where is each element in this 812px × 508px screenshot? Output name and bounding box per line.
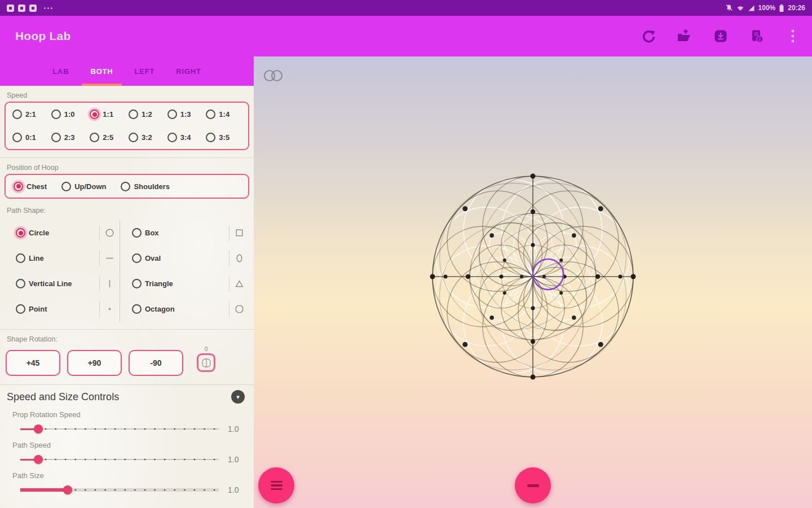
path-shape-box[interactable]: Box — [120, 220, 254, 246]
radio-icon — [132, 304, 142, 314]
slider-ticks — [20, 424, 219, 434]
file-info-icon[interactable] — [749, 28, 765, 44]
radio-label: 1:4 — [219, 110, 230, 119]
prop-rotation-speed-slider-block: Prop Rotation Speed1.0 — [0, 410, 254, 434]
clock: 20:26 — [788, 4, 805, 12]
radio-label: Triangle — [145, 279, 173, 288]
shape-option-vertical-line[interactable]: Vertical Line — [16, 279, 72, 288]
path-shape-circle[interactable]: Circle — [0, 220, 120, 246]
speed-option-2-5[interactable]: 2:5 — [90, 133, 129, 142]
shape-rotation-buttons: +45+90-90 0 — [0, 345, 254, 377]
speed-option-1-3[interactable]: 1:3 — [167, 110, 206, 119]
more-notifications-icon — [44, 7, 52, 9]
rotation-angle-value: 0 — [205, 346, 208, 353]
speed-option-0-1[interactable]: 0:1 — [12, 133, 51, 142]
rotate-45-button[interactable]: +45 — [6, 350, 60, 376]
speed-option-1-2[interactable]: 1:2 — [129, 110, 167, 119]
speed-option-1-1[interactable]: 1:1 — [90, 110, 129, 119]
speed-section-label: Speed — [7, 91, 254, 99]
app-bar: Hoop Lab — [0, 16, 812, 56]
shape-option-box[interactable]: Box — [132, 228, 159, 238]
pause-fab[interactable] — [515, 467, 551, 503]
path-shape-octagon[interactable]: Octagon — [120, 296, 254, 322]
tab-left[interactable]: LEFT — [124, 56, 166, 86]
radio-label: 3:5 — [219, 133, 230, 142]
radio-icon — [132, 228, 142, 238]
overflow-menu-icon[interactable] — [785, 28, 801, 44]
divider — [0, 329, 254, 330]
radio-icon — [132, 253, 142, 263]
tab-right[interactable]: RIGHT — [165, 56, 211, 86]
speed-option-1-0[interactable]: 1:0 — [51, 110, 90, 119]
speed-option-3-5[interactable]: 3:5 — [206, 133, 245, 142]
radio-label: Chest — [27, 182, 47, 191]
collapse-section-button[interactable]: ▾ — [231, 390, 245, 404]
position-option-shoulders[interactable]: Shoulders — [121, 182, 170, 191]
speed-option-2-1[interactable]: 2:1 — [12, 110, 51, 119]
slider-thumb[interactable] — [34, 424, 43, 433]
shape-option-point[interactable]: Point — [16, 304, 47, 314]
path-shape-vertical-line[interactable]: Vertical Line — [0, 271, 120, 296]
hoop-pattern — [254, 56, 812, 508]
radio-label: Up/Down — [74, 182, 106, 191]
radio-icon — [61, 182, 71, 191]
prop-rotation-speed-slider[interactable] — [20, 424, 219, 434]
path-size-slider[interactable] — [20, 485, 219, 495]
triangle-icon — [229, 276, 249, 292]
speed-option-3-4[interactable]: 3:4 — [167, 133, 206, 142]
radio-icon — [16, 279, 25, 288]
radio-icon — [51, 133, 61, 142]
flip-shape-button[interactable] — [197, 353, 215, 372]
slider-thumb[interactable] — [34, 455, 43, 464]
path-shape-point[interactable]: Point — [0, 296, 120, 322]
battery-percent: 100% — [758, 4, 776, 12]
page-title: Hoop Lab — [15, 29, 70, 43]
shape-option-oval[interactable]: Oval — [132, 253, 161, 263]
flip-icon — [201, 357, 212, 369]
slider-label: Prop Rotation Speed — [12, 410, 254, 419]
path-speed-slider[interactable] — [20, 454, 219, 465]
radio-label: 1:0 — [64, 110, 75, 119]
tab-both[interactable]: BOTH — [80, 56, 123, 86]
radio-label: Shoulders — [134, 182, 170, 191]
path-size-slider-block: Path Size1.0 — [0, 471, 254, 495]
radio-icon — [132, 279, 142, 288]
radio-label: Circle — [29, 229, 49, 237]
speed-option-2-3[interactable]: 2:3 — [51, 133, 90, 142]
position-option-chest[interactable]: Chest — [14, 182, 47, 191]
box-icon — [229, 225, 249, 241]
path-shape-line[interactable]: Line — [0, 246, 120, 271]
shape-option-octagon[interactable]: Octagon — [132, 304, 175, 314]
radio-label: Point — [29, 305, 47, 313]
radio-selected-icon — [90, 110, 99, 119]
notification-app-icon — [7, 5, 14, 12]
radio-icon — [206, 110, 215, 119]
path-shape-section-label: Path Shape: — [7, 207, 254, 214]
tab-lab[interactable]: LAB — [42, 56, 80, 86]
slider-value: 1.0 — [228, 485, 246, 494]
shape-option-triangle[interactable]: Triangle — [132, 279, 173, 288]
simulation-canvas[interactable] — [254, 56, 812, 508]
speed-option-3-2[interactable]: 3:2 — [129, 133, 167, 142]
radio-label: 2:1 — [25, 110, 36, 119]
sliders-container: Prop Rotation Speed1.0Path Speed1.0Path … — [0, 410, 254, 495]
path-shape-triangle[interactable]: Triangle — [120, 271, 254, 296]
menu-fab[interactable] — [258, 467, 294, 503]
radio-label: Octagon — [145, 305, 175, 313]
speed-radio-group: 2:11:01:11:21:31:4 0:12:32:53:23:43:5 — [5, 102, 249, 150]
point-icon — [99, 301, 120, 317]
tab-label: RIGHT — [176, 67, 201, 76]
speed-option-1-4[interactable]: 1:4 — [206, 110, 245, 119]
shape-option-line[interactable]: Line — [16, 253, 44, 263]
position-option-up-down[interactable]: Up/Down — [61, 182, 106, 191]
redo-icon[interactable] — [641, 28, 656, 44]
shape-option-circle[interactable]: Circle — [16, 228, 49, 238]
open-project-icon[interactable] — [677, 28, 692, 44]
rotate-90-button[interactable]: +90 — [67, 350, 122, 376]
slider-value: 1.0 — [228, 424, 246, 433]
tab-label: LAB — [52, 67, 69, 76]
speed-row-1: 2:11:01:11:21:31:4 — [6, 103, 248, 126]
save-icon[interactable] — [713, 28, 729, 44]
path-shape-oval[interactable]: Oval — [120, 246, 254, 271]
rotate-90-button[interactable]: -90 — [129, 350, 183, 376]
